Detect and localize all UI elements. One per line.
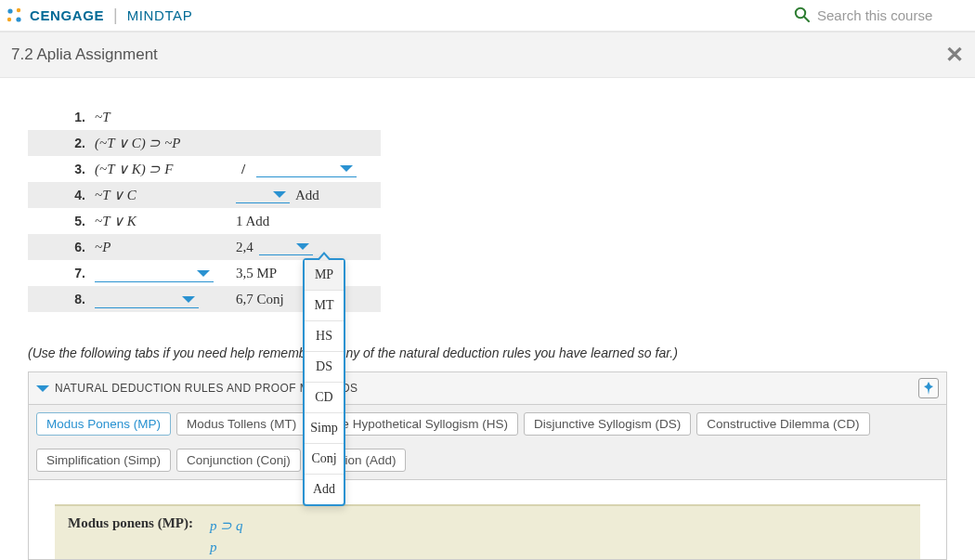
search-box[interactable]: [794, 7, 966, 25]
rule-option-conj[interactable]: Conj: [305, 444, 344, 475]
main-content: 1. ~T 2. (~T ∨ C) ⊃ ~P 3. (~T ∨ K) ⊃ F /…: [0, 78, 975, 560]
rule-option-cd[interactable]: CD: [305, 383, 344, 413]
rule-dropdown-line6[interactable]: [259, 239, 313, 255]
statement: (~T ∨ K) ⊃ F: [87, 161, 236, 177]
chevron-down-icon: [296, 243, 309, 250]
svg-point-0: [7, 8, 12, 13]
proof-row: 4. ~T ∨ C Add: [28, 182, 381, 208]
brand-divider: |: [113, 6, 118, 25]
rule-line: p ⊃ q: [210, 515, 243, 537]
svg-point-2: [7, 17, 11, 20]
statement: ~P: [87, 240, 236, 255]
conclusion-dropdown[interactable]: [256, 161, 357, 177]
chevron-down-icon: [340, 165, 353, 172]
search-input[interactable]: [817, 7, 966, 23]
rule-card: Modus ponens (MP): p ⊃ q p: [55, 504, 920, 559]
pin-icon[interactable]: [918, 378, 939, 398]
just-text: 1 Add: [236, 214, 269, 229]
line-number: 8.: [58, 292, 87, 306]
rules-panel-header[interactable]: NATURAL DEDUCTION RULES AND PROOF METHOD…: [29, 372, 946, 405]
rule-line: p: [210, 537, 243, 558]
statement: ~T: [87, 110, 236, 125]
assignment-title: 7.2 Aplia Assignment: [11, 46, 158, 64]
menu-arrow-inner-icon: [318, 254, 330, 261]
app-header: CENGAGE | MINDTAP: [0, 0, 975, 32]
rules-panel: NATURAL DEDUCTION RULES AND PROOF METHOD…: [28, 371, 947, 560]
line-number: 3.: [58, 162, 87, 176]
rule-option-add[interactable]: Add: [305, 475, 344, 504]
proof-row: 1. ~T: [28, 104, 381, 130]
hint-text: (Use the following tabs if you need help…: [28, 345, 947, 360]
proof-row: 5. ~T ∨ K 1 Add: [28, 208, 381, 234]
justification: Add: [236, 187, 381, 203]
statement: [87, 265, 236, 282]
svg-point-3: [16, 17, 20, 21]
cengage-logo-icon: [6, 7, 24, 25]
chevron-down-icon: [273, 191, 286, 198]
svg-point-1: [17, 7, 20, 11]
proof-row: 3. (~T ∨ K) ⊃ F /: [28, 156, 381, 182]
assignment-title-bar: 7.2 Aplia Assignment ✕: [0, 32, 975, 78]
conclusion-slash: /: [236, 162, 251, 177]
statement-dropdown[interactable]: [95, 266, 214, 282]
justification: /: [236, 161, 381, 177]
tab-ds[interactable]: Disjunctive Syllogism (DS): [524, 412, 691, 436]
statement: [87, 291, 236, 308]
rule-option-hs[interactable]: HS: [305, 321, 344, 352]
close-icon[interactable]: ✕: [945, 42, 964, 68]
just-pre: 6,7 Conj: [236, 292, 284, 307]
line-number: 2.: [58, 136, 87, 150]
line-number: 4.: [58, 188, 87, 202]
just-pre: 3,5 MP: [236, 266, 277, 281]
justification: 1 Add: [236, 214, 381, 229]
tab-mt[interactable]: Modus Tollens (MT): [176, 412, 306, 436]
line-ref-dropdown[interactable]: [236, 187, 290, 203]
line-number: 5.: [58, 214, 87, 228]
just-text: Add: [295, 188, 319, 203]
rule-option-simp[interactable]: Simp: [305, 413, 344, 444]
line-number: 6.: [58, 240, 87, 254]
svg-line-5: [804, 17, 809, 21]
justification: 2,4: [236, 239, 381, 255]
line-number: 7.: [58, 266, 87, 280]
tab-cd[interactable]: Constructive Dilemma (CD): [696, 412, 869, 436]
tab-mp[interactable]: Modus Ponens (MP): [36, 412, 171, 436]
rule-name: Modus ponens (MP):: [68, 515, 193, 531]
statement: ~T ∨ K: [87, 213, 236, 229]
chevron-down-icon: [197, 270, 210, 277]
just-pre: 2,4: [236, 240, 254, 255]
rule-option-ds[interactable]: DS: [305, 352, 344, 383]
rule-formula: p ⊃ q p: [210, 515, 243, 557]
proof-row: 2. (~T ∨ C) ⊃ ~P: [28, 130, 381, 156]
statement-dropdown[interactable]: [95, 292, 199, 308]
chevron-down-icon: [182, 296, 195, 303]
tab-simp[interactable]: Simplification (Simp): [36, 449, 171, 472]
rule-option-mp[interactable]: MP: [305, 260, 344, 291]
rule-body: Modus ponens (MP): p ⊃ q p: [29, 480, 946, 559]
brand-subname: MINDTAP: [127, 7, 193, 23]
tab-conj[interactable]: Conjunction (Conj): [176, 449, 301, 472]
rules-tabs: Modus Ponens (MP) Modus Tollens (MT) Pur…: [29, 405, 946, 480]
rule-select-menu: MP MT HS DS CD Simp Conj Add: [303, 258, 345, 506]
line-number: 1.: [58, 110, 87, 124]
statement: ~T ∨ C: [87, 187, 236, 203]
brand-block: CENGAGE | MINDTAP: [6, 6, 192, 25]
statement: (~T ∨ C) ⊃ ~P: [87, 135, 236, 151]
rule-option-mt[interactable]: MT: [305, 291, 344, 321]
brand-name: CENGAGE: [30, 7, 104, 23]
chevron-down-icon: [36, 385, 49, 392]
search-icon: [794, 7, 810, 25]
proof-area: 1. ~T 2. (~T ∨ C) ⊃ ~P 3. (~T ∨ K) ⊃ F /…: [28, 104, 947, 312]
